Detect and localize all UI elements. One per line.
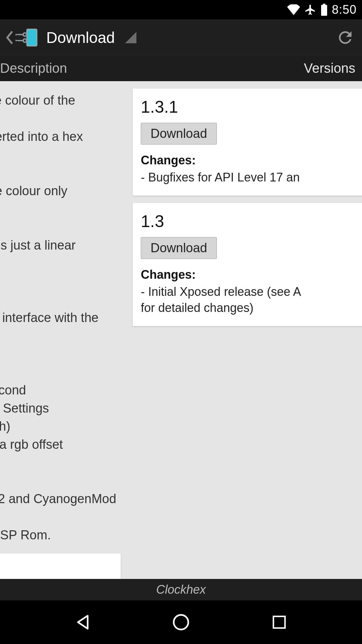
status-clock: 8:50 (332, 3, 357, 17)
wifi-icon (287, 4, 300, 15)
svg-rect-0 (27, 29, 37, 46)
content-area: This module changes the colour of the st… (0, 81, 362, 579)
changes-text: - Bugfixes for API Level 17 an (141, 169, 362, 185)
tab-versions[interactable]: Versions (295, 61, 362, 76)
nav-recent-icon[interactable] (266, 609, 293, 636)
version-card: 1.3 Download Changes: - Initial Xposed r… (133, 203, 362, 326)
version-name: 1.3.1 (141, 97, 362, 117)
battery-icon (320, 4, 328, 16)
nav-home-icon[interactable] (168, 609, 194, 636)
module-name-label: Clockhex (156, 583, 206, 597)
description-panel[interactable]: This module changes the colour of the st… (0, 89, 121, 579)
status-bar: 8:50 (0, 0, 362, 19)
dropdown-triangle-icon[interactable] (125, 32, 136, 43)
svg-point-1 (23, 33, 26, 36)
changes-label: Changes: (141, 153, 362, 167)
version-name: 1.3 (141, 212, 362, 231)
tab-description[interactable]: Description (0, 61, 295, 76)
tab-bar: Description Versions (0, 55, 362, 81)
xposed-app-icon[interactable] (15, 28, 38, 47)
changes-text: - Initial Xposed release (see A for deta… (141, 284, 362, 316)
svg-point-2 (23, 39, 26, 42)
footer-bar: Clockhex (0, 579, 362, 600)
download-button[interactable]: Download (141, 237, 217, 259)
nav-back-icon[interactable] (69, 609, 96, 636)
svg-point-3 (174, 615, 188, 630)
description-text: This module changes the colour of the st… (0, 89, 121, 547)
navigation-bar (0, 600, 362, 644)
changes-label: Changes: (141, 268, 362, 282)
back-icon[interactable] (6, 30, 13, 45)
app-bar-title[interactable]: Download (46, 29, 115, 47)
versions-panel[interactable]: 1.3.1 Download Changes: - Bugfixes for A… (133, 89, 362, 333)
download-button[interactable]: Download (141, 123, 217, 145)
description-link-card: ntact.php (0, 553, 121, 579)
version-card: 1.3.1 Download Changes: - Bugfixes for A… (133, 89, 362, 196)
svg-rect-4 (274, 616, 285, 628)
airplane-mode-icon (304, 4, 316, 16)
app-bar: Download (0, 19, 362, 55)
refresh-icon[interactable] (335, 27, 356, 48)
